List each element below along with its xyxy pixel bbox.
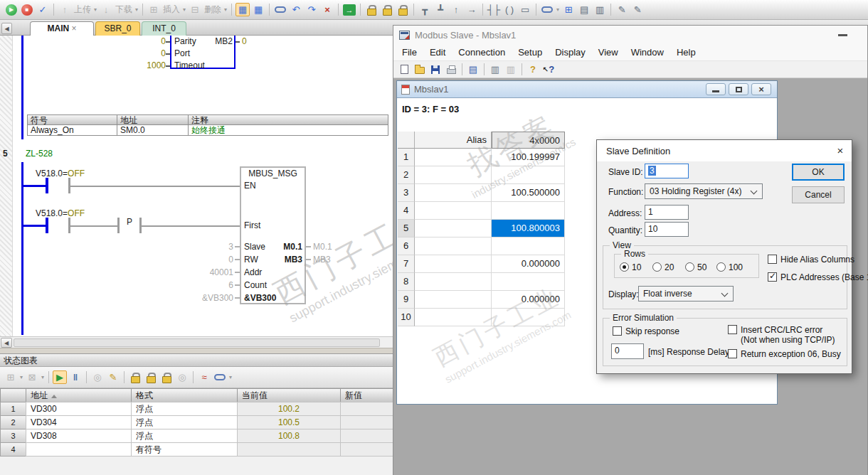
sc-cell-new[interactable] [340,415,393,429]
edge-contact-bar[interactable] [117,218,120,233]
sc-cell-addr[interactable]: VD300 [26,402,132,416]
address-field[interactable]: 1 [645,205,689,220]
mb-help-button[interactable]: ? [526,63,540,76]
menu-help[interactable]: Help [670,44,702,61]
address-table-button[interactable]: ⊞ [561,3,576,16]
sc-cell-addr[interactable]: VD304 [26,415,132,429]
grid-row-number[interactable]: 1 [398,149,415,166]
grid-row-number[interactable]: 7 [398,255,415,273]
sc-delete-caret-icon[interactable]: ▾ [41,374,44,380]
insert-label[interactable]: 插入 [163,4,180,16]
undo-button[interactable]: ↶ [289,3,303,16]
sc-unforce-button[interactable] [144,370,158,384]
grid-cell-alias[interactable] [415,166,492,184]
dialog-close-button[interactable]: × [833,144,847,158]
sc-row-number[interactable]: 4 [0,442,26,457]
network-title[interactable]: ZL-528 [26,149,53,159]
tab-scroll-left-button[interactable]: ◀ [1,23,12,34]
grid-cell-value[interactable]: 0.000000 [492,291,565,309]
grid-row-number[interactable]: 5 [398,220,415,238]
grid-cell-alias[interactable] [415,184,492,202]
mb-slave-definition-button[interactable]: ▥ [488,63,502,76]
modbus-titlebar[interactable]: Modbus Slave - Mbslav1 [393,26,867,44]
sc-cell-new[interactable] [340,442,393,457]
grid-cell-value[interactable] [492,202,565,220]
sc-header-new[interactable]: 新值 [340,388,393,402]
mb-open-button[interactable] [413,63,427,76]
exception-busy-checkbox[interactable] [728,349,737,358]
grid-row-number[interactable]: 2 [398,166,415,184]
compile-button[interactable]: ✓ [36,3,50,16]
upload-caret-icon[interactable]: ▾ [94,6,97,13]
minimize-icon[interactable] [838,34,847,36]
grid-cell-alias[interactable] [415,149,492,166]
sc-new-caret-icon[interactable]: ▾ [20,374,23,380]
menu-file[interactable]: File [396,44,423,61]
symbol-cell[interactable]: Always_On [27,124,117,136]
sc-shape-caret-icon[interactable]: ▾ [229,374,232,380]
grid-cell-value[interactable] [492,273,565,291]
contact-tool-button[interactable]: ┤├ [487,3,501,16]
download-button[interactable]: ↓ [99,3,113,16]
grid-row-number[interactable]: 9 [398,291,415,309]
grid-header-register[interactable]: 4x0000 [492,132,565,149]
sc-cell-addr[interactable]: VD308 [26,429,132,443]
grid-cell-value[interactable]: 0.000000 [492,255,565,273]
grid-cell-alias[interactable] [415,291,492,309]
mb-display-setup-button[interactable]: ▤ [466,63,480,76]
symbol-cell[interactable]: 始终接通 [188,124,388,136]
grid-cell-value[interactable]: 100.500000 [492,184,565,202]
tab-main[interactable]: MAIN × [30,21,94,36]
sc-delete-chart-button[interactable]: ⊠ [25,370,39,384]
line-right-button[interactable]: → [465,3,479,16]
lock-button[interactable] [364,3,379,16]
hide-alias-label[interactable]: Hide Alias Columns [780,255,854,265]
sc-pause-monitor-button[interactable]: ‖ [68,370,83,384]
plc-addresses-label[interactable]: PLC Addresses (Base 1) [780,272,868,282]
rows-10-label[interactable]: 10 [632,262,641,272]
sc-write-button[interactable]: ✎ [106,370,120,384]
sc-row-number[interactable]: 3 [0,429,26,443]
quantity-field[interactable]: 10 [645,222,689,237]
hide-alias-checkbox[interactable] [768,255,777,264]
function-select[interactable]: 03 Holding Register (4x) [645,183,763,199]
rows-100-label[interactable]: 100 [729,262,743,272]
grid-cell-alias[interactable] [415,309,492,326]
sc-trend-button[interactable]: ≈ [197,370,211,384]
line-up-button[interactable]: ↑ [449,3,463,16]
dialog-titlebar[interactable]: Slave Definition [597,140,852,161]
mb-save-button[interactable] [428,63,443,76]
sc-shape-button[interactable] [213,370,227,384]
menu-edit[interactable]: Edit [423,44,452,61]
grid-cell-value[interactable] [492,238,565,255]
sc-cell-fmt[interactable]: 有符号 [131,442,238,457]
grid-row-number[interactable]: 10 [398,309,415,326]
contact-bar[interactable] [46,218,48,233]
tab-int0[interactable]: INT_0 [142,21,186,36]
upload-button[interactable]: ↑ [58,3,72,16]
tab-main-close-icon[interactable]: × [72,23,77,33]
skip-response-label[interactable]: Skip response [625,326,679,336]
sc-cell-addr[interactable] [26,442,132,457]
grid-cell-value-selected[interactable]: 100.800003 [492,220,565,238]
insert-button[interactable]: ⊞ [147,3,161,16]
grid-cell-alias[interactable] [415,255,492,273]
sc-header-addr[interactable]: 地址 [26,388,132,402]
sc-cell-fmt[interactable]: 浮点 [131,402,238,416]
rows-100-radio[interactable] [716,262,726,272]
shape-caret-icon[interactable]: ▾ [556,6,559,13]
grid-cell-alias[interactable] [415,273,492,291]
mbslav1-minimize-button[interactable] [706,83,726,95]
sc-force-button[interactable] [128,370,142,384]
rows-10-radio[interactable] [620,262,629,272]
branch-down-button[interactable]: ┳ [418,3,432,16]
grid-cell-value[interactable] [492,166,565,184]
symbol-cell[interactable]: SM0.0 [117,124,189,136]
rows-50-label[interactable]: 50 [697,262,706,272]
delete-caret-icon[interactable]: ▾ [224,6,227,13]
insert-caret-icon[interactable]: ▾ [183,6,186,13]
hscroll-left-button[interactable]: ◀ [1,338,12,348]
go-button[interactable]: → [342,3,356,16]
run-button[interactable]: ▶ [4,3,18,16]
grid-row-number[interactable]: 6 [398,238,415,255]
